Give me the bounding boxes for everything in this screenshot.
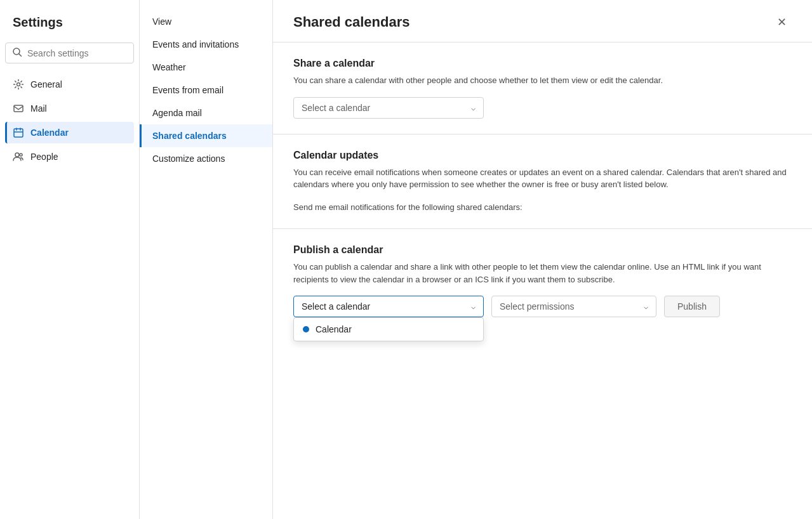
publish-calendar-select-value: Select a calendar [302, 301, 370, 312]
subnav-item-weather[interactable]: Weather [140, 56, 272, 79]
publish-permissions-select[interactable]: Select permissions ⌵ [491, 296, 656, 317]
publish-row: Select a calendar ⌵ Calendar Select perm… [293, 296, 792, 317]
mail-icon [13, 103, 24, 114]
calendar-dot-icon [303, 326, 309, 332]
share-calendar-section: Share a calendar You can share a calenda… [273, 43, 812, 135]
publish-calendar-chevron-icon: ⌵ [471, 302, 476, 311]
permissions-select-value: Select permissions [500, 301, 575, 312]
publish-calendar-select-wrapper: Select a calendar ⌵ Calendar [293, 296, 484, 317]
publish-calendar-desc: You can publish a calendar and share a l… [293, 261, 792, 286]
subnav-item-events-from-email[interactable]: Events from email [140, 79, 272, 102]
permissions-chevron-icon: ⌵ [644, 302, 648, 311]
calendar-updates-title: Calendar updates [293, 150, 792, 161]
main-content: Shared calendars ✕ Share a calendar You … [273, 0, 812, 519]
subnav-item-customize-actions[interactable]: Customize actions [140, 147, 272, 170]
main-header: Shared calendars ✕ [273, 0, 812, 43]
calendar-updates-desc2: Send me email notifications for the foll… [293, 201, 792, 214]
subnav-item-view[interactable]: View [140, 10, 272, 33]
svg-point-2 [17, 83, 20, 86]
subnav-item-agenda-mail[interactable]: Agenda mail [140, 102, 272, 124]
publish-calendar-dropdown[interactable]: Select a calendar ⌵ [293, 296, 484, 317]
sidebar-label-mail: Mail [30, 103, 47, 114]
sidebar-item-people[interactable]: People [5, 146, 134, 168]
svg-rect-4 [14, 129, 23, 137]
subnav-item-shared-calendars[interactable]: Shared calendars [140, 124, 272, 147]
sidebar-item-calendar[interactable]: Calendar [5, 122, 134, 143]
page-title: Shared calendars [293, 14, 409, 30]
gear-icon [13, 79, 24, 90]
svg-point-9 [20, 154, 22, 156]
publish-calendar-title: Publish a calendar [293, 244, 792, 256]
publish-calendar-dropdown-list: Calendar [293, 317, 484, 341]
svg-point-8 [15, 153, 19, 157]
publish-calendar-section: Publish a calendar You can publish a cal… [273, 229, 812, 332]
calendar-icon [13, 127, 24, 138]
share-calendar-chevron-icon: ⌵ [471, 103, 476, 112]
app-title: Settings [5, 10, 134, 40]
publish-calendar-select-header[interactable]: Select a calendar ⌵ [294, 296, 483, 317]
sidebar-item-general[interactable]: General [5, 74, 134, 95]
sidebar-label-people: People [30, 152, 58, 162]
sidebar: Settings General Mail [0, 0, 140, 519]
share-calendar-select[interactable]: Select a calendar ⌵ [293, 97, 484, 119]
sidebar-label-general: General [30, 79, 62, 89]
sidebar-item-mail[interactable]: Mail [5, 98, 134, 119]
search-icon [12, 47, 22, 59]
sub-navigation: View Events and invitations Weather Even… [140, 0, 273, 519]
sidebar-label-calendar: Calendar [30, 128, 69, 138]
search-box[interactable] [5, 43, 134, 63]
calendar-updates-desc1: You can receive email notifications when… [293, 166, 792, 191]
publish-button[interactable]: Publish [664, 296, 720, 317]
share-calendar-select-value: Select a calendar [302, 103, 370, 113]
calendar-updates-section: Calendar updates You can receive email n… [273, 135, 812, 230]
share-calendar-title: Share a calendar [293, 58, 792, 69]
calendar-option-label: Calendar [316, 324, 352, 334]
svg-line-1 [19, 54, 22, 56]
publish-calendar-option-calendar[interactable]: Calendar [294, 318, 483, 341]
svg-rect-3 [14, 105, 23, 112]
people-icon [13, 151, 24, 162]
share-calendar-desc: You can share a calendar with other peop… [293, 74, 792, 87]
search-input[interactable] [27, 48, 127, 58]
subnav-item-events-invitations[interactable]: Events and invitations [140, 33, 272, 56]
close-button[interactable]: ✕ [772, 13, 792, 32]
